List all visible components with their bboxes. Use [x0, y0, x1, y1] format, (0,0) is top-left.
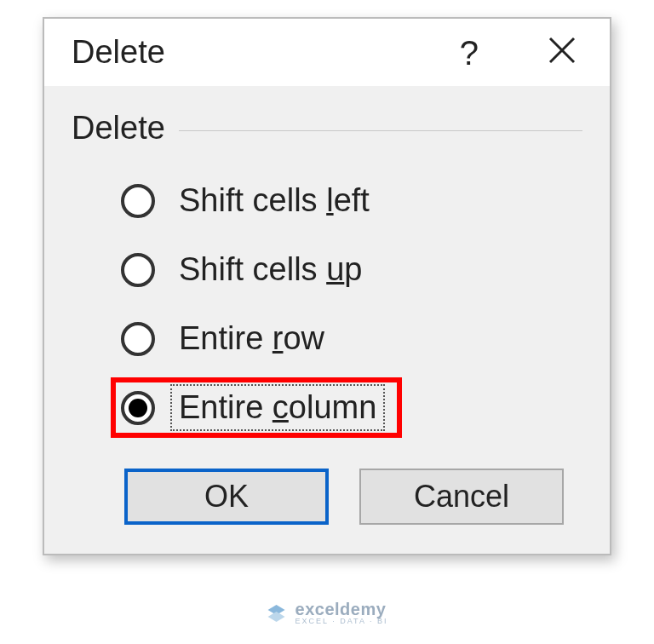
radio-circle-icon — [121, 184, 155, 218]
radio-entire-row[interactable]: Entire row — [111, 308, 350, 369]
radio-circle-icon — [121, 322, 155, 356]
group-label-row: Delete — [72, 110, 582, 147]
svg-marker-3 — [268, 612, 285, 622]
delete-dialog: Delete ? Delete Shift cells leftShift ce… — [43, 17, 611, 555]
dialog-body: Delete Shift cells leftShift cells upEnt… — [44, 86, 610, 554]
dialog-title: Delete — [72, 34, 165, 71]
radio-label: Shift cells up — [174, 250, 367, 290]
radio-circle-icon — [121, 253, 155, 287]
group-label: Delete — [72, 110, 165, 147]
titlebar: Delete ? — [44, 19, 610, 86]
window-controls: ? — [460, 35, 586, 71]
watermark-sub: EXCEL · DATA · BI — [295, 618, 388, 625]
radio-label: Shift cells left — [174, 181, 375, 221]
radio-shift-cells-left[interactable]: Shift cells left — [111, 170, 395, 231]
watermark: exceldemy EXCEL · DATA · BI — [267, 601, 388, 625]
radio-label: Entire column — [174, 388, 382, 428]
help-icon[interactable]: ? — [460, 36, 479, 70]
button-row: OK Cancel — [72, 469, 582, 525]
watermark-text: exceldemy EXCEL · DATA · BI — [295, 601, 388, 625]
radio-entire-column[interactable]: Entire column — [111, 377, 402, 438]
cancel-button[interactable]: Cancel — [359, 469, 564, 525]
radio-shift-cells-up[interactable]: Shift cells up — [111, 239, 387, 300]
radio-label: Entire row — [174, 319, 330, 359]
ok-button[interactable]: OK — [124, 469, 329, 525]
close-icon[interactable] — [547, 35, 586, 71]
radio-circle-icon — [121, 391, 155, 425]
watermark-main: exceldemy — [295, 601, 388, 618]
divider — [179, 130, 582, 131]
watermark-icon — [267, 603, 287, 624]
radio-list: Shift cells leftShift cells upEntire row… — [72, 170, 582, 438]
